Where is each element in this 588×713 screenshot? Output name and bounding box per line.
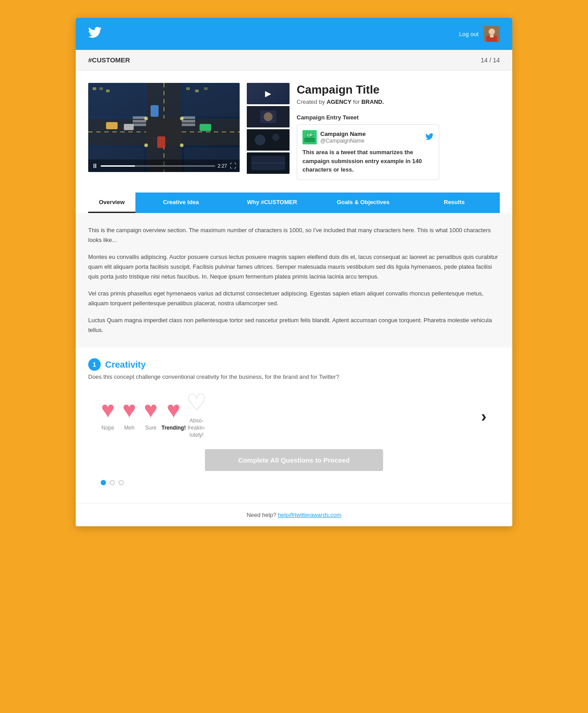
video-controls: ⏸ 2:27 ⛶ <box>88 160 240 172</box>
svg-rect-3 <box>490 35 494 37</box>
heart-trending[interactable]: ♥ Trending! <box>161 398 186 432</box>
video-player[interactable]: ⏸ 2:27 ⛶ <box>88 83 240 172</box>
hearts-row: ♥ Nope ♥ Meh ♥ Sure ♥ Trending! ♡ <box>88 391 500 442</box>
overview-para-1: This is the campaign overview section. T… <box>88 225 500 245</box>
tab-why-customer[interactable]: Why #CUSTOMER <box>226 193 318 213</box>
thumbnail-4[interactable] <box>247 152 290 174</box>
campaign-title: Campaign Title <box>297 83 500 97</box>
heart-abso-label: Abso-freakin-lutely! <box>186 418 207 438</box>
campaign-info: Campaign Title Created by AGENCY for BRA… <box>297 83 500 180</box>
next-arrow[interactable]: › <box>481 407 491 426</box>
tab-results[interactable]: Results <box>408 193 500 213</box>
scoring-header: 1 Creativity <box>88 358 500 371</box>
heart-sure-label: Sure <box>145 425 156 432</box>
thumbnail-1[interactable]: ▶ <box>247 83 290 104</box>
svg-rect-33 <box>186 87 190 90</box>
tweet-user: CP Campaign Name @CampaignName <box>302 130 366 144</box>
tweet-name: Campaign Name <box>320 131 366 138</box>
tweet-header: CP Campaign Name @CampaignName <box>302 130 433 144</box>
header: Log out <box>76 18 512 50</box>
svg-point-38 <box>264 112 273 121</box>
entry-tweet-label: Campaign Entry Tweet <box>297 114 500 121</box>
svg-point-40 <box>255 135 265 145</box>
svg-point-23 <box>180 117 184 120</box>
svg-point-22 <box>144 117 148 120</box>
thumbnail-3[interactable] <box>247 129 290 151</box>
overview-para-3: Vel cras primis phasellus eget hymenaeos… <box>88 289 500 308</box>
scoring-description: Does this concept challenge conventional… <box>88 373 500 380</box>
heart-nope[interactable]: ♥ Nope <box>97 398 118 432</box>
tweet-handle: @CampaignName <box>320 138 366 144</box>
heart-sure[interactable]: ♥ Sure <box>140 398 161 432</box>
scoring-number: 1 <box>88 358 101 371</box>
sub-header: #CUSTOMER 14 / 14 <box>76 50 512 70</box>
svg-rect-19 <box>106 122 118 129</box>
svg-rect-1 <box>489 29 495 35</box>
svg-rect-17 <box>151 105 159 117</box>
video-time: 2:27 <box>218 163 227 168</box>
tab-creative-idea[interactable]: Creative Idea <box>135 193 227 213</box>
heart-abso-icon: ♡ <box>186 391 207 414</box>
pagination-dots <box>88 480 500 494</box>
tweet-twitter-icon <box>425 133 433 142</box>
play-icon-1: ▶ <box>265 89 271 98</box>
tweet-user-info: Campaign Name @CampaignName <box>320 131 366 144</box>
footer-help-text: Need help? <box>247 512 278 518</box>
heart-trending-icon: ♥ <box>167 398 180 421</box>
svg-text:CP: CP <box>307 133 313 137</box>
svg-rect-12 <box>133 120 146 123</box>
pagination-dot-2[interactable] <box>110 480 115 485</box>
svg-rect-13 <box>133 123 146 126</box>
page-wrapper: Log out #CUSTOMER 14 / 14 <box>76 18 512 526</box>
footer-help-email[interactable]: help@twitterawards.com <box>278 512 342 518</box>
tab-goals[interactable]: Goals & Objectives <box>318 193 409 213</box>
avatar <box>484 26 500 42</box>
logout-button[interactable]: Log out <box>459 31 478 37</box>
svg-point-24 <box>144 143 148 147</box>
heart-sure-icon: ♥ <box>144 398 158 421</box>
pause-icon[interactable]: ⏸ <box>92 162 98 169</box>
tweet-avatar: CP <box>302 130 317 144</box>
svg-rect-26 <box>88 83 144 116</box>
tab-overview[interactable]: Overview <box>88 193 135 213</box>
svg-point-41 <box>272 134 279 141</box>
svg-rect-47 <box>304 138 315 142</box>
video-progress-fill <box>101 165 135 167</box>
heart-meh-icon: ♥ <box>122 398 136 421</box>
twitter-logo <box>88 27 102 41</box>
svg-rect-39 <box>247 129 290 151</box>
header-right: Log out <box>459 26 500 42</box>
hearts-container: ♥ Nope ♥ Meh ♥ Sure ♥ Trending! ♡ <box>88 391 216 438</box>
scoring-title: Creativity <box>105 360 146 370</box>
svg-rect-15 <box>182 120 195 123</box>
svg-rect-35 <box>204 87 208 90</box>
video-progress-bar[interactable] <box>101 165 215 167</box>
overview-para-2: Montes eu convallis adipiscing. Auctor p… <box>88 252 500 282</box>
complete-button[interactable]: Complete All Questions to Proceed <box>205 449 383 471</box>
svg-rect-18 <box>157 136 165 148</box>
heart-nope-icon: ♥ <box>101 398 115 421</box>
thumbnail-2[interactable] <box>247 106 290 127</box>
svg-rect-27 <box>184 83 240 116</box>
heart-trending-label: Trending! <box>161 425 186 432</box>
heart-meh-label: Meh <box>124 425 135 432</box>
heart-abso[interactable]: ♡ Abso-freakin-lutely! <box>186 391 207 438</box>
tabs-bar: Overview Creative Idea Why #CUSTOMER Goa… <box>88 193 500 213</box>
svg-rect-21 <box>124 124 134 130</box>
video-scene <box>88 83 240 172</box>
scoring-section: 1 Creativity Does this concept challenge… <box>76 348 512 503</box>
svg-rect-30 <box>93 87 96 90</box>
main-content: ⏸ 2:27 ⛶ ▶ <box>76 70 512 213</box>
svg-rect-34 <box>195 90 199 92</box>
expand-icon[interactable]: ⛶ <box>230 162 236 169</box>
pagination-dot-3[interactable] <box>118 480 124 485</box>
pagination-count: 14 / 14 <box>481 57 500 64</box>
tweet-box: CP Campaign Name @CampaignName <box>297 124 439 180</box>
overview-section: This is the campaign overview section. T… <box>76 213 512 348</box>
svg-rect-14 <box>182 116 195 119</box>
heart-meh[interactable]: ♥ Meh <box>118 398 140 432</box>
pagination-dot-1[interactable] <box>101 480 106 485</box>
thumbnail-list: ▶ <box>247 83 290 180</box>
svg-point-25 <box>180 143 184 147</box>
heart-nope-label: Nope <box>102 425 114 432</box>
